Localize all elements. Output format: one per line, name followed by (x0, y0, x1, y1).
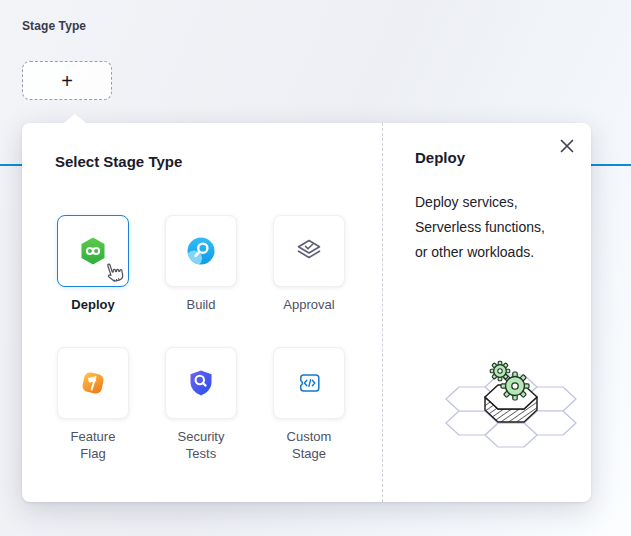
stage-card-deploy[interactable] (57, 215, 129, 287)
deploy-hexagons-illustration (431, 355, 591, 455)
stage-card-security-tests[interactable] (165, 347, 237, 419)
stage-label-custom-stage: Custom Stage (273, 428, 345, 462)
pipeline-stage-canvas: Stage Type + Select Stage Type (0, 0, 631, 536)
stage-cell-security-tests: Security Tests (165, 347, 237, 462)
plus-icon: + (61, 70, 73, 92)
close-popover-button[interactable] (557, 136, 577, 156)
stage-card-feature-flag[interactable] (57, 347, 129, 419)
stage-label-build: Build (187, 296, 216, 313)
add-stage-button[interactable]: + (22, 61, 112, 100)
stage-cell-build: Build (165, 215, 237, 313)
build-ci-icon (185, 235, 217, 267)
security-tests-icon (185, 367, 217, 399)
stage-label-feature-flag: Feature Flag (57, 428, 129, 462)
stage-detail-pane: Deploy Deploy services, Serverless funct… (382, 123, 591, 502)
stage-detail-title: Deploy (415, 149, 465, 166)
popover-title: Select Stage Type (55, 153, 182, 170)
stage-label-security-tests: Security Tests (165, 428, 237, 462)
stage-cell-custom-stage: Custom Stage (273, 347, 345, 462)
approval-icon (293, 235, 325, 267)
stage-card-custom-stage[interactable] (273, 347, 345, 419)
stage-type-label: Stage Type (22, 19, 86, 33)
stage-card-build[interactable] (165, 215, 237, 287)
stage-cell-feature-flag: Feature Flag (57, 347, 129, 462)
feature-flag-icon (77, 367, 109, 399)
stage-label-deploy: Deploy (71, 296, 114, 313)
close-icon (560, 139, 574, 153)
stage-cell-approval: Approval (273, 215, 345, 313)
stage-label-approval: Approval (283, 296, 334, 313)
stage-type-list-pane: Select Stage Type (22, 123, 382, 502)
custom-stage-icon (293, 367, 325, 399)
stage-cell-deploy: Deploy (57, 215, 129, 313)
deploy-cd-icon (77, 235, 109, 267)
popover-arrow (64, 114, 86, 123)
select-stage-type-popover: Select Stage Type (22, 123, 591, 502)
stage-type-grid: Deploy (57, 215, 345, 462)
stage-detail-description: Deploy services, Serverless functions, o… (415, 190, 595, 265)
stage-card-approval[interactable] (273, 215, 345, 287)
